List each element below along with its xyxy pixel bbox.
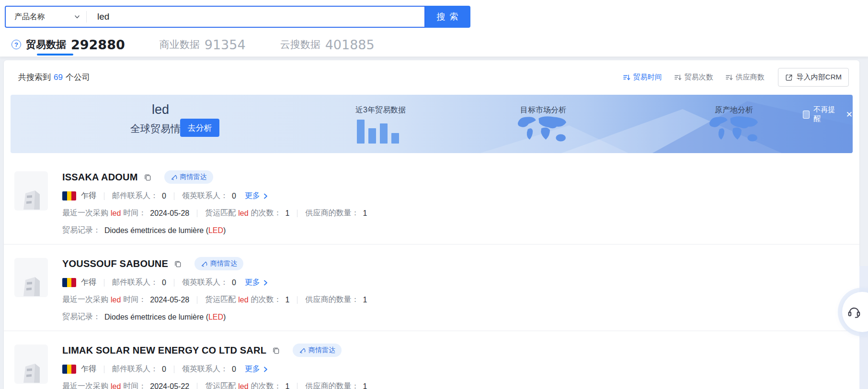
more-link[interactable]: 更多 — [245, 191, 269, 201]
last-purchase-date: 2024-05-28 — [150, 296, 189, 304]
freight-label-pre: 货运匹配 — [205, 295, 236, 305]
page-header: 产品名称 搜 索 ? 贸易数据 292880 商业数据 91354 云搜数据 4… — [0, 0, 868, 57]
last-purchase-label-pre: 最近一次采购 — [62, 295, 108, 305]
tab-cloud-search-data[interactable]: 云搜数据 401885 — [280, 33, 375, 56]
record-text: Diodes émettrices de lumière ( — [104, 313, 208, 321]
results-count-prefix: 共搜索到 — [18, 73, 51, 82]
more-link[interactable]: 更多 — [245, 278, 269, 288]
last-purchase-date: 2024-05-22 — [150, 382, 189, 389]
import-crm-label: 导入内部CRM — [797, 73, 842, 82]
email-contacts-value: 0 — [162, 365, 166, 374]
tab-count: 401885 — [325, 37, 375, 52]
linkedin-contacts-value: 0 — [232, 278, 236, 287]
trade-record-row: 贸易记录： Diodes émettrices de lumière (LED) — [62, 225, 845, 235]
sort-icon — [726, 74, 733, 81]
record-text: ) — [223, 226, 226, 234]
results-header: 共搜索到69个公司 贸易时间 贸易次数 供应商数 导入内部CRM — [4, 60, 859, 91]
radar-icon — [201, 260, 207, 267]
category-select[interactable]: 产品名称 — [6, 7, 86, 27]
world-map-icon — [705, 114, 763, 145]
supplier-count: 1 — [363, 209, 367, 218]
radar-icon — [171, 174, 177, 180]
linkedin-contacts-label: 领英联系人： — [182, 278, 228, 288]
email-contacts-label: 邮件联系人： — [112, 191, 158, 201]
linkedin-contacts-label: 领英联系人： — [182, 364, 228, 374]
copy-icon[interactable] — [272, 346, 280, 355]
last-purchase-date: 2024-05-28 — [150, 209, 189, 218]
last-purchase-label-post: 时间： — [123, 208, 146, 218]
sort-trade-time[interactable]: 贸易时间 — [623, 73, 662, 82]
company-name[interactable]: ISSAKA ADOUM — [62, 172, 138, 183]
linkedin-contacts-value: 0 — [232, 365, 236, 374]
company-name[interactable]: YOUSSOUF SABOUNE — [62, 258, 168, 269]
import-icon — [785, 74, 793, 81]
trade-stats-row: 最近一次采购 led 时间： 2024-05-28 货运匹配 led 的次数： … — [62, 295, 845, 305]
freight-label-post: 的次数： — [251, 208, 282, 218]
freight-label-pre: 货运匹配 — [205, 381, 236, 389]
banner-trade-label: 近3年贸易数据 — [355, 105, 406, 115]
chevron-down-icon — [74, 13, 80, 20]
more-label: 更多 — [245, 278, 260, 288]
company-thumbnail — [14, 171, 48, 211]
trade-insight-banner: led 全球贸易情况 去分析 近3年贸易数据 目标市场分析 原产地分析 不再提醒… — [11, 95, 853, 153]
company-card: ISSAKA ADOUM 商情雷达 乍得 邮件联系人： 0 领英联系人： 0 更… — [4, 158, 859, 245]
badge-label: 商情雷达 — [210, 259, 237, 268]
supplier-count: 1 — [363, 382, 367, 389]
contact-row: 乍得 邮件联系人： 0 领英联系人： 0 更多 — [62, 191, 845, 201]
supplier-count: 1 — [363, 296, 367, 304]
close-icon[interactable]: ✕ — [846, 110, 853, 120]
linkedin-contacts-label: 领英联系人： — [182, 191, 228, 201]
tab-label: 商业数据 — [160, 38, 200, 51]
analyze-button[interactable]: 去分析 — [180, 119, 219, 137]
supplier-label: 供应商的数量： — [305, 208, 359, 218]
freight-count: 1 — [286, 382, 290, 389]
banner-keyword: led — [121, 102, 200, 117]
dismiss-checkbox[interactable] — [803, 111, 810, 119]
linkedin-contacts-value: 0 — [232, 192, 236, 200]
building-icon — [19, 184, 44, 211]
results-count-text: 共搜索到69个公司 — [18, 72, 90, 83]
contact-row: 乍得 邮件联系人： 0 领英联系人： 0 更多 — [62, 278, 845, 288]
building-icon — [19, 270, 44, 297]
results-count-number: 69 — [54, 73, 63, 82]
more-link[interactable]: 更多 — [245, 364, 269, 374]
business-radar-badge[interactable]: 商情雷达 — [164, 170, 213, 184]
search-bar: 产品名称 — [5, 6, 425, 28]
tab-count: 91354 — [205, 37, 246, 52]
tab-business-data[interactable]: 商业数据 91354 — [160, 33, 246, 56]
sort-label: 供应商数 — [736, 73, 765, 82]
badge-label: 商情雷达 — [308, 346, 335, 355]
trade-record-value: Diodes émettrices de lumière (LED) — [104, 313, 226, 322]
world-map-icon — [514, 114, 571, 145]
sort-icon — [674, 74, 682, 81]
bar-chart-icon — [357, 120, 403, 144]
keyword-highlight: led — [238, 296, 248, 304]
chevron-right-icon — [262, 366, 269, 373]
sort-trade-count[interactable]: 贸易次数 — [674, 73, 713, 82]
content-background: 共搜索到69个公司 贸易时间 贸易次数 供应商数 导入内部CRM — [0, 57, 868, 389]
copy-icon[interactable] — [144, 173, 152, 181]
tab-label: 贸易数据 — [26, 38, 66, 51]
keyword-highlight: led — [238, 382, 248, 389]
keyword-highlight: led — [111, 296, 121, 304]
radar-icon — [299, 347, 306, 354]
business-radar-badge[interactable]: 商情雷达 — [194, 257, 243, 270]
copy-icon[interactable] — [174, 260, 182, 268]
chevron-right-icon — [262, 193, 269, 200]
search-input[interactable] — [87, 7, 424, 27]
data-tabs: ? 贸易数据 292880 商业数据 91354 云搜数据 401885 — [11, 33, 375, 56]
import-crm-button[interactable]: 导入内部CRM — [778, 68, 849, 87]
help-icon[interactable]: ? — [11, 40, 21, 49]
trade-record-label: 贸易记录： — [62, 225, 101, 235]
active-tab-underline — [37, 54, 73, 56]
company-name[interactable]: LIMAK SOLAR NEW ENERGY CO LTD SARL — [62, 345, 266, 356]
business-radar-badge[interactable]: 商情雷达 — [293, 344, 342, 357]
sort-supplier-count[interactable]: 供应商数 — [726, 73, 765, 82]
freight-count: 1 — [286, 296, 290, 304]
search-button[interactable]: 搜 索 — [425, 6, 470, 28]
tab-trade-data[interactable]: ? 贸易数据 292880 — [11, 33, 125, 56]
trade-record-value: Diodes émettrices de lumière (LED) — [104, 226, 226, 235]
keyword-highlight: LED — [208, 226, 223, 234]
record-text: ) — [223, 313, 226, 321]
banner-dismiss-area: 不再提醒 ✕ — [803, 105, 853, 123]
